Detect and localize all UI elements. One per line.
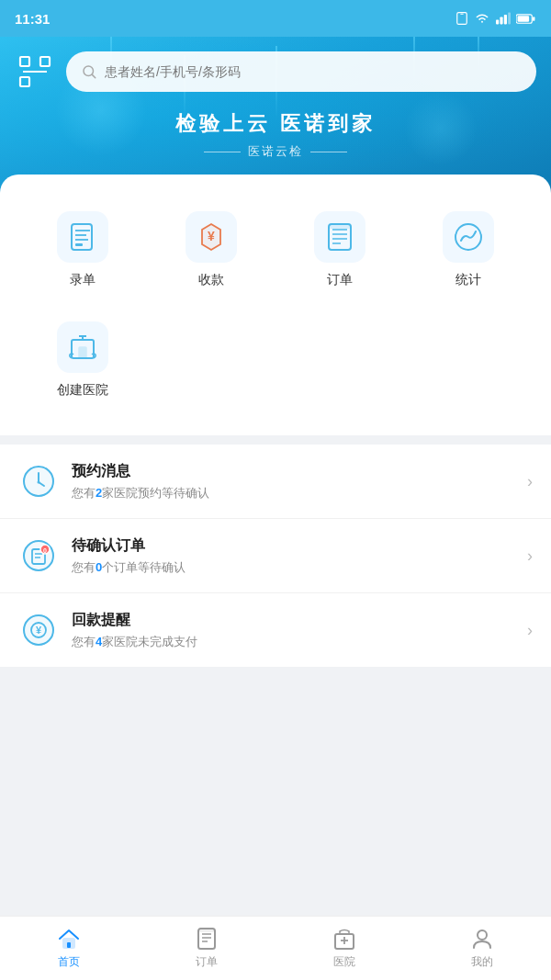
time-display: 11:31 [15,11,50,27]
home-icon [57,927,81,951]
chevron-right-icon: › [527,472,533,491]
stats-icon-circle [443,211,494,263]
scan-button[interactable] [15,51,55,92]
action-stats[interactable]: 统计 [404,202,533,298]
notif-pending-order[interactable]: 0 待确认订单 您有0个订单等待确认 › [0,519,551,593]
signal-icon [496,12,511,25]
banner-line-left [204,152,241,152]
svg-text:0: 0 [43,547,47,554]
hospital-icon [66,331,99,364]
notif-appt-prefix: 您有 [72,486,96,500]
svg-rect-2 [496,20,499,25]
hospital-nav-icon-wrap [332,927,356,951]
scan-icon [18,55,51,88]
order-label: 订单 [327,272,353,288]
notif-pending-content: 待确认订单 您有0个订单等待确认 [72,536,527,576]
notification-section: 预约消息 您有2家医院预约等待确认 › 0 待确认订单 您有0个订单等待确认 › [0,445,551,667]
notif-appt-title: 预约消息 [72,462,527,481]
refund-icon-wrap: ¥ [18,610,59,650]
payment-icon-circle: ¥ [186,211,237,263]
nav-home-label: 首页 [58,954,80,970]
search-bar[interactable] [66,51,536,92]
svg-rect-8 [518,16,530,21]
main-card: 录单 ¥ 收款 [0,175,551,435]
battery-icon [516,13,536,25]
notif-pending-desc: 您有0个订单等待确认 [72,559,527,576]
notif-pending-prefix: 您有 [72,560,96,574]
order-icon-circle [314,211,365,263]
profile-nav-icon [470,927,494,951]
banner-title: 检验上云 医诺到家 [15,110,536,138]
bottom-padding [0,667,551,740]
refund-icon: ¥ [21,613,56,648]
svg-text:¥: ¥ [36,625,42,636]
header-banner: 检验上云 医诺到家 医诺云检 [0,37,551,197]
hospital-icon-circle [57,321,108,373]
svg-rect-19 [75,243,83,246]
record-icon-circle [57,211,108,263]
action-order[interactable]: 订单 [276,202,404,298]
home-icon-wrap [57,927,81,951]
svg-point-36 [24,541,53,570]
svg-rect-26 [329,224,351,229]
svg-rect-7 [533,17,534,21]
action-create-hospital[interactable]: 创建医院 [18,312,147,408]
notif-appt-suffix: 家医院预约等待确认 [102,486,209,500]
notif-refund-prefix: 您有 [72,635,96,648]
svg-rect-10 [40,57,50,66]
svg-rect-11 [20,77,29,86]
notif-refund-suffix: 家医院未完成支付 [102,635,197,648]
banner-line-right [310,152,347,152]
svg-point-55 [478,930,487,940]
hospital-label: 创建医院 [57,382,108,399]
record-label: 录单 [70,272,96,288]
nav-order-label: 订单 [196,954,218,970]
svg-rect-46 [67,942,71,948]
status-icons [455,12,536,25]
notif-refund-desc: 您有4家医院未完成支付 [72,634,527,650]
svg-rect-1 [460,14,464,15]
payment-label: 收款 [198,272,224,288]
record-icon [67,221,98,253]
clock-icon [21,464,56,499]
action-payment[interactable]: ¥ 收款 [147,202,276,298]
wifi-icon [474,12,490,25]
bottom-nav: 首页 订单 医院 [0,916,551,980]
notif-refund-content: 回款提醒 您有4家医院未完成支付 [72,611,527,650]
hospital-nav-icon [332,927,356,951]
svg-rect-51 [198,929,215,932]
search-row [15,51,536,92]
nav-hospital[interactable]: 医院 [276,919,413,977]
order-icon [324,221,355,253]
nav-home[interactable]: 首页 [0,919,138,977]
notif-pending-title: 待确认订单 [72,536,527,556]
pending-icon: 0 [21,538,56,573]
search-input[interactable] [105,64,522,79]
svg-text:¥: ¥ [208,229,215,243]
svg-line-14 [92,74,95,77]
pending-icon-wrap: 0 [18,535,59,576]
svg-point-35 [38,481,40,484]
svg-rect-3 [500,17,502,24]
banner-text: 检验上云 医诺到家 医诺云检 [15,110,536,160]
action-record[interactable]: 录单 [18,202,147,298]
nav-hospital-label: 医院 [333,954,355,970]
notif-appt-msg[interactable]: 预约消息 您有2家医院预约等待确认 › [0,445,551,519]
svg-rect-4 [504,15,507,24]
status-bar: 11:31 [0,0,551,37]
notif-pending-suffix: 个订单等待确认 [102,560,186,574]
stats-label: 统计 [455,272,481,288]
quick-actions-grid: 录单 ¥ 收款 [18,202,533,298]
notif-refund[interactable]: ¥ 回款提醒 您有4家医院未完成支付 › [0,593,551,667]
nav-profile[interactable]: 我的 [413,919,551,977]
payment-icon: ¥ [195,220,228,253]
stats-icon [452,220,485,253]
quick-actions-row2: 创建医院 [18,312,533,417]
nav-order[interactable]: 订单 [138,919,276,977]
banner-subtitle: 医诺云检 [248,143,303,160]
notif-refund-title: 回款提醒 [72,611,527,630]
order-nav-icon-wrap [195,927,219,951]
svg-rect-29 [79,347,86,358]
svg-rect-9 [20,57,29,66]
nav-profile-label: 我的 [471,954,493,970]
